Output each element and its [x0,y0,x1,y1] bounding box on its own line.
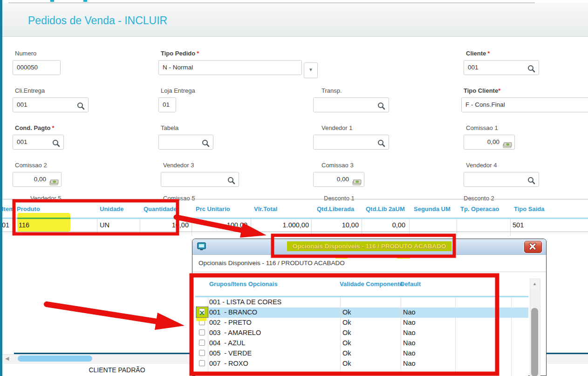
field-label: Vendedor 3 [163,162,239,169]
grid-cell-qtd-liberada[interactable]: 10,00 [312,219,359,232]
opcionais-header-validade: Validade Componente [340,280,403,287]
grid-header-vlr-total: Vlr.Total [254,205,277,212]
field-comissao3: Comissao 3 0,00 [313,162,364,187]
field-label: Tabela [161,124,213,131]
checkbox-highlight [196,307,208,318]
grid-header-unidade: Unidade [100,205,123,212]
field-label: Comissao 2 [15,162,62,169]
vendedor1-input[interactable] [313,135,389,150]
grid-cell-tipo-saida[interactable]: 501 [513,219,550,232]
left-edge-bar [0,0,2,376]
vendedor4-input[interactable] [464,172,539,187]
grid-header-segunda-um: Segunda UM [414,205,451,212]
grid-top-border [2,199,588,199]
vertical-scrollbar-thumb[interactable] [531,308,538,376]
search-icon[interactable] [77,101,85,109]
field-comissao1: Comissao 1 0,00 [464,124,515,150]
opcionais-row-azul[interactable]: 004 - AZUL Ok Nao [195,338,528,349]
checkbox-unchecked[interactable] [199,329,205,335]
tabela-input[interactable] [158,135,213,150]
field-comissao5: Comissao 5 [161,195,195,202]
field-desconto2: Desconto 2 [461,195,494,202]
grid-cell-vlr-total[interactable]: 1.000,00 [252,219,309,232]
money-icon[interactable] [352,177,362,183]
comissao3-input[interactable]: 0,00 [313,172,364,187]
cli-entrega-input[interactable]: 001 [13,97,89,112]
top-tab-fragment [83,0,87,2]
field-transp: Transp. [313,87,389,112]
transp-input[interactable] [313,97,389,112]
field-label: Vendedor 5 [30,195,62,202]
opcionais-row-roxo[interactable]: 007 - ROXO Ok Nao [195,359,528,369]
checkbox-unchecked[interactable] [199,350,205,356]
page-header: Pedidos de Venda - INCLUIR [2,3,588,37]
loja-entrega-input[interactable]: 01 [158,97,176,112]
opcionais-row-empty [195,369,528,376]
search-icon[interactable] [527,64,535,72]
money-icon[interactable] [49,177,59,183]
grid-cell-item[interactable]: 01 [2,219,13,232]
field-label: Vendedor 4 [466,162,539,169]
grid-cell-tp-operacao[interactable] [458,219,507,232]
field-cliente: Cliente* 001 [464,50,539,75]
field-label: Desconto 1 [324,195,355,202]
search-icon[interactable] [377,138,385,146]
checkbox-checked[interactable] [199,308,205,314]
checkbox-unchecked[interactable] [199,360,205,366]
grid-header-prc-unitario: Prc Unitario [196,205,230,212]
chevron-down-icon[interactable]: ▼ [304,62,318,78]
opcionais-row-branco[interactable]: 001 - BRANCO Ok Nao [195,308,528,318]
tipo-cliente-input[interactable]: F - Cons.Final [461,97,588,112]
grid-cell-produto[interactable]: 116 [19,219,70,232]
search-icon[interactable] [52,138,60,146]
field-vendedor4: Vendedor 4 [464,162,539,187]
cliente-input[interactable]: 001 [464,60,539,75]
field-label: Comissao 1 [466,124,515,131]
required-asterisk: * [52,124,55,131]
field-label: Loja Entrega [161,87,195,94]
cond-pagto-input[interactable]: 001 [13,135,64,150]
dialog-title: Opcionais Disponiveis - 116 / PRODUTO AC… [192,241,546,251]
grid-header-quantidade: Quantidade [144,205,177,212]
field-label: Comissao 5 [163,195,195,202]
dialog-subtitle: Opcionais Disponiveis - 116 / PRODUTO AC… [192,254,546,272]
grid-header-tipo-saida: Tipo Saida [514,205,545,212]
checkbox-highlight-tail [196,318,206,321]
grid-row-border [0,232,588,232]
grid-cell-prc-unitario[interactable]: 100,00 [192,219,247,232]
field-desconto1: Desconto 1 [321,195,355,202]
grid-cell-segunda-um[interactable] [412,219,454,232]
opcionais-row-amarelo[interactable]: 003 - AMARELO Ok Nao [195,328,528,339]
numero-input[interactable]: 000050 [13,60,61,75]
comissao1-input[interactable]: 0,00 [464,135,515,150]
comissao2-input[interactable]: 0,00 [13,172,62,187]
search-icon[interactable] [202,138,210,146]
field-label: Desconto 2 [464,195,494,202]
opcionais-row-verde[interactable]: 005 - VERDE Ok Nao [195,349,528,359]
close-icon[interactable] [524,241,542,253]
grid-cell-unidade[interactable]: UN [100,219,137,232]
opcionais-row-preto[interactable]: 002 - PRETO Ok Nao [195,318,528,328]
scroll-left-icon[interactable]: ◀ [5,355,9,362]
search-icon[interactable] [527,176,535,184]
field-vendedor1: Vendedor 1 [313,124,389,150]
opcionais-row-group[interactable]: 001 - LISTA DE CORES [195,297,528,308]
cliente-padrao-label: CLIENTE PADRÃO [75,366,159,374]
grid-cell-quantidade[interactable]: 10,00 [140,219,189,232]
vendedor3-input[interactable] [161,172,239,187]
field-tipo-cliente: Tipo Cliente* F - Cons.Final [461,87,588,112]
checkbox-unchecked[interactable] [199,340,205,346]
tipo-pedido-select[interactable]: N - Normal [158,60,302,75]
opcionais-header-default: Default [400,280,421,287]
dialog-titlebar[interactable]: Opcionais Disponiveis - 116 / PRODUTO AC… [192,239,546,255]
grid-header-tp-operacao: Tp. Operacao [460,205,499,212]
top-tab-fragment [50,0,54,2]
money-icon[interactable] [503,139,512,145]
search-icon[interactable] [377,101,385,109]
search-icon[interactable] [227,176,235,184]
field-label: Cliente* [466,50,539,57]
field-label: Tipo Pedido* [161,50,302,57]
horizontal-scrollbar-thumb[interactable] [18,355,92,362]
scroll-up-icon[interactable]: ▲ [530,279,539,288]
grid-cell-qtd-lib-2aum[interactable]: 0,00 [362,219,405,232]
